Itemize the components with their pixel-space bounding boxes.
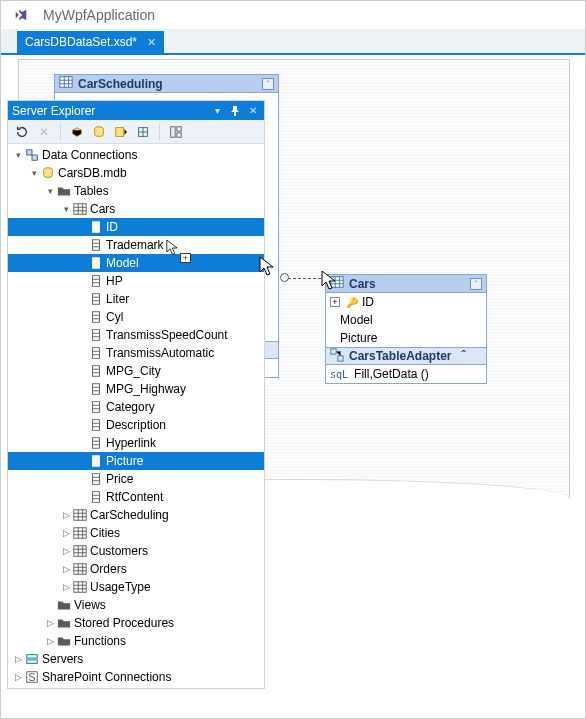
column-icon <box>88 364 104 378</box>
tree-col-hp[interactable]: HP <box>8 272 264 290</box>
column-icon <box>88 454 104 468</box>
svg-rect-26 <box>93 438 100 449</box>
tree-col-tsc[interactable]: TransmissSpeedCount <box>8 326 264 344</box>
svg-rect-27 <box>93 456 100 467</box>
tree-node-data-connections[interactable]: ▾ Data Connections <box>8 146 264 164</box>
tree-node-usagetype[interactable]: ▷UsageType <box>8 578 264 596</box>
vs-logo-wrap <box>9 4 33 26</box>
panel-menu-icon[interactable]: ▾ <box>210 104 224 118</box>
tree-node-cars[interactable]: ▾ Cars <box>8 200 264 218</box>
expand-icon[interactable]: + <box>330 297 340 307</box>
svg-rect-14 <box>93 222 100 233</box>
app-titlebar: MyWpfApplication <box>1 1 585 29</box>
tree-col-trademark[interactable]: Trademark <box>8 236 264 254</box>
tree-col-price[interactable]: Price <box>8 470 264 488</box>
panel-titlebar[interactable]: Server Explorer ▾ ✕ <box>8 101 264 120</box>
vs-logo-icon <box>12 6 30 24</box>
svg-rect-17 <box>93 276 100 287</box>
svg-rect-1 <box>331 277 343 288</box>
svg-rect-28 <box>93 474 100 485</box>
table-icon <box>72 508 88 522</box>
tree-col-liter[interactable]: Liter <box>8 290 264 308</box>
svg-rect-2 <box>331 348 336 353</box>
column-icon <box>88 346 104 360</box>
tree-col-category[interactable]: Category <box>8 398 264 416</box>
panel-pin-icon[interactable] <box>228 104 242 118</box>
tab-bar: CarsDBDataSet.xsd* ✕ <box>1 29 585 55</box>
tree-node-sprocs[interactable]: ▷Stored Procedures <box>8 614 264 632</box>
tab-close-icon[interactable]: ✕ <box>147 36 156 49</box>
tree-node-carscheduling[interactable]: ▷CarScheduling <box>8 506 264 524</box>
tree-col-desc[interactable]: Description <box>8 416 264 434</box>
tree-col-mpgc[interactable]: MPG_City <box>8 362 264 380</box>
toolbar-connect3-button[interactable] <box>111 122 131 142</box>
tree-col-mpgh[interactable]: MPG_Highway <box>8 380 264 398</box>
toolbar-btn-last[interactable] <box>166 122 186 142</box>
toolbar-connect4-button[interactable] <box>133 122 153 142</box>
tree-col-id[interactable]: ID <box>8 218 264 236</box>
collapse-icon[interactable]: ˆ <box>262 78 274 90</box>
tree-col-model[interactable]: Model <box>8 254 264 272</box>
designer-col-id[interactable]: + 🔑 ID <box>326 293 486 311</box>
tree-node-functions[interactable]: ▷Functions <box>8 632 264 650</box>
app-title: MyWpfApplication <box>43 7 155 23</box>
column-icon <box>88 220 104 234</box>
designer-col-picture[interactable]: Picture <box>326 329 486 347</box>
svg-rect-7 <box>171 126 175 137</box>
svg-rect-31 <box>74 528 86 539</box>
toolbar-connect1-button[interactable] <box>67 122 87 142</box>
column-icon <box>88 256 104 270</box>
designer-box-header[interactable]: CarScheduling ˆ <box>55 75 278 93</box>
panel-close-icon[interactable]: ✕ <box>246 104 260 118</box>
tab-carsdbdataset[interactable]: CarsDBDataSet.xsd* ✕ <box>17 31 164 53</box>
svg-rect-33 <box>74 564 86 575</box>
server-explorer-panel: Server Explorer ▾ ✕ ✕ <box>7 100 265 689</box>
column-icon <box>88 310 104 324</box>
tab-label: CarsDBDataSet.xsd* <box>25 35 137 49</box>
tree-node-carsdb[interactable]: ▾ CarsDB.mdb <box>8 164 264 182</box>
svg-rect-3 <box>338 355 343 360</box>
key-icon: 🔑 <box>346 297 356 308</box>
designer-box-cars[interactable]: Cars ˆ + 🔑 ID Model Picture CarsTableAda… <box>325 274 487 384</box>
svg-rect-18 <box>93 294 100 305</box>
designer-box-header[interactable]: Cars ˆ <box>326 275 486 293</box>
designer-col-model[interactable]: Model <box>326 311 486 329</box>
collapse-icon[interactable]: ˆ <box>470 278 482 290</box>
tree-col-ta[interactable]: TransmissAutomatic <box>8 344 264 362</box>
server-icon <box>24 652 40 666</box>
tree-node-servers[interactable]: ▷Servers <box>8 650 264 668</box>
sql-icon: sqL <box>330 369 348 380</box>
tree-col-hyperlink[interactable]: Hyperlink <box>8 434 264 452</box>
folder-icon <box>56 184 72 198</box>
tree[interactable]: ▾ Data Connections ▾ CarsDB.mdb ▾ Tables… <box>8 144 264 688</box>
drag-origin-handle <box>280 273 289 282</box>
svg-rect-5 <box>116 127 124 136</box>
tree-node-orders[interactable]: ▷Orders <box>8 560 264 578</box>
tree-col-cyl[interactable]: Cyl <box>8 308 264 326</box>
tree-node-sharepoint[interactable]: ▷SSharePoint Connections <box>8 668 264 686</box>
adapter-method[interactable]: sqL Fill,GetData () <box>326 365 486 383</box>
tree-col-rtf[interactable]: RtfContent <box>8 488 264 506</box>
svg-rect-35 <box>27 655 38 659</box>
adapter-icon <box>330 348 344 365</box>
tree-node-views[interactable]: Views <box>8 596 264 614</box>
svg-rect-21 <box>93 348 100 359</box>
tree-node-cities[interactable]: ▷Cities <box>8 524 264 542</box>
table-icon <box>72 544 88 558</box>
collapse-icon[interactable]: ˆ <box>461 349 465 363</box>
svg-rect-8 <box>177 126 181 130</box>
db-icon <box>40 166 56 180</box>
tree-node-customers[interactable]: ▷Customers <box>8 542 264 560</box>
tree-col-picture[interactable]: Picture <box>8 452 264 470</box>
toolbar-connect2-button[interactable] <box>89 122 109 142</box>
svg-rect-34 <box>74 582 86 593</box>
toolbar-refresh-button[interactable] <box>12 122 32 142</box>
svg-rect-19 <box>93 312 100 323</box>
svg-text:S: S <box>29 671 36 683</box>
table-icon <box>72 580 88 594</box>
svg-rect-32 <box>74 546 86 557</box>
tree-node-tables[interactable]: ▾ Tables <box>8 182 264 200</box>
svg-rect-16 <box>93 258 100 269</box>
svg-rect-25 <box>93 420 100 431</box>
adapter-header[interactable]: CarsTableAdapter ˆ <box>326 347 486 365</box>
